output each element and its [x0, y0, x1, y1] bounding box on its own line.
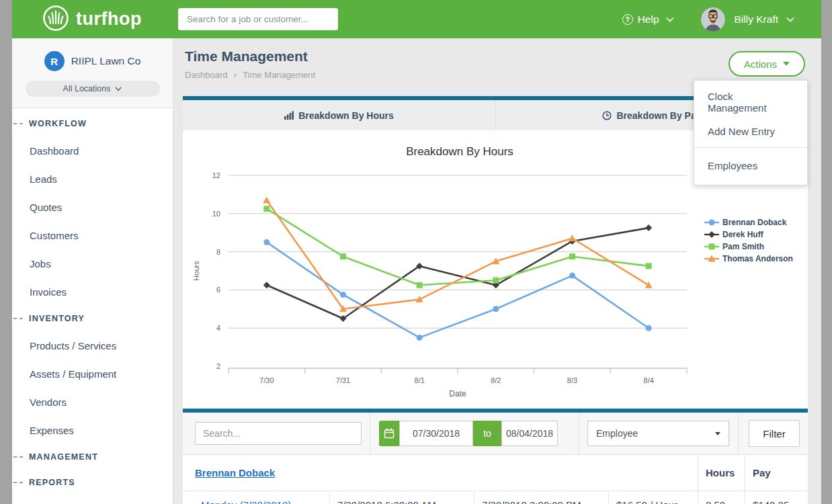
grass-logo-icon: [42, 4, 70, 35]
svg-text:Hours: Hours: [192, 261, 200, 281]
svg-text:10: 10: [212, 210, 220, 218]
filter-button[interactable]: Filter: [749, 420, 800, 447]
page-title: Time Management: [183, 48, 808, 65]
sidebar-item-jobs[interactable]: Jobs: [12, 249, 173, 278]
company-name: RIIPL Lawn Co: [71, 55, 141, 67]
menu-item-add-new-entry[interactable]: Add New Entry: [694, 120, 807, 143]
chevron-down-icon: [666, 17, 674, 22]
svg-text:Date: Date: [449, 389, 466, 398]
svg-text:4: 4: [216, 324, 220, 332]
top-header: turfhop ? Help: [12, 0, 821, 38]
divider: [370, 413, 370, 454]
breadcrumb-dashboard[interactable]: Dashboard: [185, 70, 228, 80]
filter-bar: to Employee Filter: [183, 413, 808, 454]
user-avatar[interactable]: [701, 7, 725, 32]
user-name: Billy Kraft: [735, 13, 778, 26]
svg-text:8/4: 8/4: [644, 376, 654, 384]
company-avatar: R: [44, 51, 65, 71]
svg-text:Pam Smith: Pam Smith: [722, 242, 764, 251]
date-range-to-label: to: [473, 421, 501, 446]
bar-chart-icon: [284, 111, 294, 120]
sidebar-item-leads[interactable]: Leads: [12, 165, 173, 193]
actions-button[interactable]: Actions: [729, 51, 805, 77]
breadcrumb-current: Time Management: [243, 70, 315, 80]
actions-dropdown-menu: Clock Management Add New Entry Employees: [694, 80, 808, 185]
main-content: Time Management Dashboard › Time Managem…: [173, 38, 821, 504]
sidebar-item-invoices[interactable]: Invoices: [12, 278, 173, 306]
sidebar-item-customers[interactable]: Customers: [12, 221, 173, 249]
svg-text:2: 2: [216, 362, 220, 370]
calendar-icon: [384, 428, 394, 439]
dashes-icon: [13, 318, 23, 319]
calendar-button[interactable]: [379, 421, 399, 446]
svg-text:12: 12: [212, 171, 220, 179]
chevron-down-icon: [115, 87, 122, 91]
svg-text:7/30: 7/30: [259, 376, 274, 384]
sidebar-item-quotes[interactable]: Quotes: [12, 193, 173, 221]
caret-down-icon: [783, 62, 790, 66]
menu-item-employees[interactable]: Employees: [694, 152, 807, 181]
global-search-input[interactable]: [178, 8, 338, 30]
day-prefix: -: [195, 499, 198, 504]
breadcrumb: Dashboard › Time Management: [183, 69, 808, 80]
svg-text:Breakdown By Hours: Breakdown By Hours: [406, 145, 513, 158]
svg-text:Thomas Anderson: Thomas Anderson: [722, 254, 793, 263]
svg-text:8/1: 8/1: [415, 376, 425, 384]
table-search-input[interactable]: [195, 422, 362, 445]
brand-logo[interactable]: turfhop: [42, 4, 142, 35]
clock-out-cell: 7/30/2018 3:00:00 PM: [474, 491, 608, 504]
svg-text:8: 8: [216, 248, 220, 256]
svg-text:8/3: 8/3: [567, 376, 577, 384]
divider: [579, 413, 579, 454]
help-label: Help: [638, 13, 659, 26]
question-circle-icon: ?: [622, 14, 633, 25]
sidebar-item-products-services[interactable]: Products / Services: [12, 331, 173, 360]
nav-section-reports[interactable]: REPORTS: [12, 470, 173, 495]
sidebar-item-vendors[interactable]: Vendors: [12, 388, 173, 416]
nav-section-workflow: WORKFLOW: [12, 111, 173, 136]
column-header-hours: Hours: [698, 455, 745, 491]
dashes-icon: [13, 482, 23, 483]
sidebar-item-assets-equipment[interactable]: Assets / Equipment: [12, 360, 173, 388]
help-menu[interactable]: ? Help: [622, 13, 674, 26]
rate-cell: $16.50 / Hour: [608, 491, 698, 504]
menu-item-clock-management[interactable]: Clock Management: [694, 85, 807, 120]
brand-name: turfhop: [76, 9, 142, 30]
clock-icon: [602, 111, 612, 120]
tab-breakdown-by-hours[interactable]: Breakdown By Hours: [183, 100, 495, 130]
app-window: turfhop ? Help: [12, 0, 821, 504]
sidebar-item-expenses[interactable]: Expenses: [12, 416, 173, 444]
company-box: R RIIPL Lawn Co All Locations: [12, 38, 173, 108]
breadcrumb-separator: ›: [234, 69, 237, 80]
pay-cell: $140.25: [745, 491, 808, 504]
table-row: - Monday (7/30/2018) 7/30/2018 6:30:00 A…: [183, 491, 808, 504]
date-to-input[interactable]: [501, 421, 558, 446]
sidebar-item-dashboard[interactable]: Dashboard: [12, 136, 173, 165]
employee-group-link[interactable]: Brennan Doback: [195, 467, 275, 478]
date-from-input[interactable]: [399, 421, 473, 446]
divider: [738, 413, 739, 454]
dashes-icon: [13, 456, 23, 458]
nav-section-management[interactable]: MANAGEMENT: [12, 444, 173, 470]
menu-divider: [694, 147, 807, 148]
svg-text:6: 6: [216, 286, 220, 294]
day-link[interactable]: Monday (7/30/2018): [201, 499, 291, 504]
dashes-icon: [13, 123, 23, 124]
table-header-row: Brennan Doback Hours Pay: [183, 455, 808, 491]
column-header-pay: Pay: [745, 455, 808, 491]
svg-text:Brennan Doback: Brennan Doback: [722, 218, 787, 227]
svg-text:Derek Huff: Derek Huff: [722, 230, 764, 239]
clock-in-cell: 7/30/2018 6:30:00 AM: [329, 491, 474, 504]
hours-cell: 8.50: [698, 491, 745, 504]
locations-selector[interactable]: All Locations: [26, 81, 160, 97]
chevron-down-icon[interactable]: [786, 17, 794, 22]
sidebar: R RIIPL Lawn Co All Locations WORKFLOW D…: [12, 38, 173, 504]
caret-down-icon: [715, 432, 720, 435]
svg-text:7/31: 7/31: [336, 376, 350, 384]
time-entries-table: Brennan Doback Hours Pay - Monday (7/30/…: [183, 454, 808, 504]
nav-section-inventory: INVENTORY: [12, 306, 173, 331]
employee-select[interactable]: Employee: [587, 421, 729, 446]
svg-text:8/2: 8/2: [491, 376, 501, 384]
